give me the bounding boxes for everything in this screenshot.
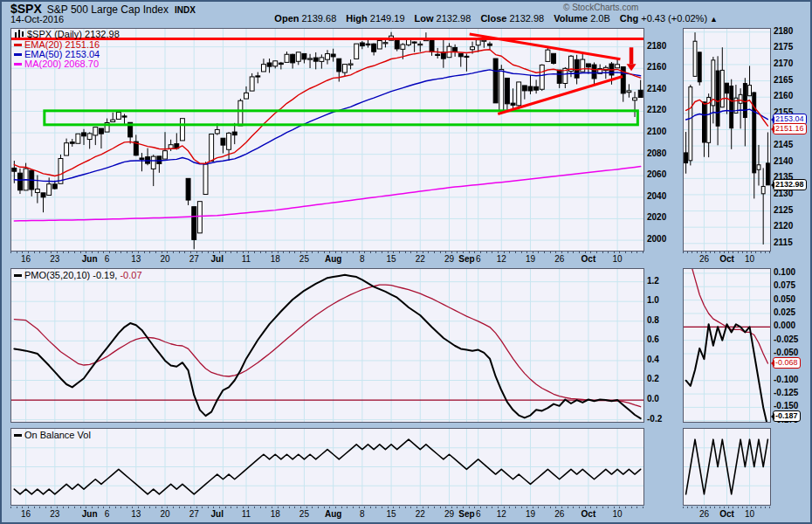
price-y-axis-label: 2060 [647,170,666,179]
high-value: 2149.19 [370,13,405,24]
x-axis-label: 12 [486,254,516,264]
pmo-y-axis-label: 0.4 [647,355,659,364]
x-axis-label: 6 [93,254,122,264]
obv-legend-label: On Balance Vol [24,430,91,440]
x-axis-label: 18 [260,254,290,264]
x-axis-label: 23 [40,509,70,519]
pmo-inset-y-axis-label: 0.050 [774,295,795,304]
price-chart-canvas [11,29,643,251]
open-label: Open [274,13,299,24]
pmo-y-axis-label: 0.0 [647,395,659,403]
pmo-signal-value: -0.07 [117,270,141,280]
stockcharts-sharpchart: $SPXS&P 500 Large Cap IndexINDX © StockC… [0,0,812,524]
x-axis-label: 26 [545,254,575,264]
axis-tick-marks [10,252,644,253]
x-axis-label: 19 [515,509,545,519]
obv-swatch [14,434,22,437]
price-inset-y-axis-label: 2125 [774,206,793,215]
pmo-y-axis-label: -0.2 [647,415,662,424]
x-axis-label: 11 [231,509,261,519]
low-label: Low [415,13,434,24]
ma200-legend-label: MA(200) 2068.70 [24,59,99,69]
close-value: 2132.98 [509,13,544,24]
inset-x-axis-label: 10 [735,509,765,519]
price-inset-y-axis-label: 2170 [774,59,793,68]
open-value: 2139.68 [301,13,336,24]
axis-tick-marks [683,252,771,253]
price-y-axis-label: 2000 [647,235,666,244]
high-label: High [346,13,367,24]
x-axis-label: 20 [150,509,180,519]
price-legend-title: $SPX (Daily) 2132.98 [27,29,120,39]
pmo-inset-y-axis-label: -0.025 [774,335,798,344]
x-axis-label: 15 [376,254,406,264]
price-callout: 2151.16 [773,123,807,134]
pmo-inset-y-axis-label: 0.000 [774,321,795,330]
x-axis-label: 6 [93,509,122,519]
x-axis-label: 19 [515,254,545,264]
price-y-axis-label: 2140 [647,85,666,93]
pmo-inset-y-axis-label: 0.075 [774,281,795,290]
obv-indicator-chart [10,428,644,506]
price-inset-y-axis-label: 2130 [774,190,793,198]
sharpchart-icon [14,30,24,40]
x-axis-label: 10 [602,254,632,264]
price-inset-y-axis-label: 2165 [774,76,793,85]
pmo-zoom-inset [683,268,771,423]
price-inset-y-axis-label: 2145 [774,141,793,149]
price-y-axis-label: 2160 [647,63,666,72]
price-inset-y-axis-label: 2120 [774,222,793,231]
price-inset-canvas [684,29,770,251]
low-value: 2132.98 [437,13,471,24]
x-axis-label: 12 [486,509,516,519]
main-price-chart [10,28,644,252]
x-axis-label: Aug [319,254,348,264]
price-zoom-inset [683,28,771,252]
x-axis-label: 26 [545,509,575,519]
pmo-inset-y-axis-label: -0.150 [774,402,798,410]
stockcharts-credit: © StockCharts.com [563,3,638,12]
obv-chart-canvas [11,429,643,505]
price-y-axis-label: 2020 [647,213,666,222]
x-axis-label: 18 [260,509,290,519]
pmo-y-axis-label: 0.6 [647,335,659,344]
price-callout: 2132.98 [773,179,807,190]
pmo-inset-y-axis-label: -0.050 [774,348,798,357]
ema50-swatch [14,53,22,56]
ma200-swatch [14,63,22,66]
x-axis-label: 25 [289,254,319,264]
close-label: Close [480,13,506,24]
index-name: S&P 500 Large Cap Index [47,3,169,16]
x-axis-label: Jul [203,509,232,519]
x-axis-label: Oct [574,254,603,264]
price-y-axis-label: 2180 [647,42,666,51]
pmo-callout: -0.187 [773,410,801,422]
x-axis-label: 10 [602,509,632,519]
x-axis-label: 16 [11,509,41,519]
price-inset-y-axis-label: 2180 [774,27,793,36]
pmo-inset-canvas [684,269,770,422]
axis-tick-marks [10,507,644,508]
quote-summary: Open2139.68 High2149.19 Low2132.98 Close… [274,13,718,24]
price-y-axis-label: 2040 [647,192,666,201]
x-axis-label: 22 [405,254,435,264]
price-inset-y-axis-label: 2175 [774,43,793,52]
x-axis-label: 22 [405,509,435,519]
x-axis-label: 20 [150,254,180,264]
price-inset-y-axis-label: 2140 [774,157,793,166]
pmo-legend: PMO(35,20,10) -0.19, -0.07 [14,271,142,280]
x-axis-label: 8 [348,509,377,519]
pmo-indicator-chart [10,268,644,423]
x-axis-label: 8 [348,254,377,264]
pmo-y-axis-label: 0.8 [647,316,659,325]
x-axis-label: 11 [231,254,261,264]
volume-label: Volume [554,13,588,24]
price-y-axis-label: 2120 [647,106,666,114]
x-axis-label: Aug [319,509,348,519]
chart-date: 14-Oct-2016 [10,14,64,24]
obv-zoom-inset [683,428,771,506]
pmo-inset-y-axis-label: 0.100 [774,268,795,277]
pmo-callout: -0.068 [773,357,801,369]
pmo-inset-y-axis-label: -0.100 [774,376,798,384]
x-axis-label: 13 [121,254,151,264]
